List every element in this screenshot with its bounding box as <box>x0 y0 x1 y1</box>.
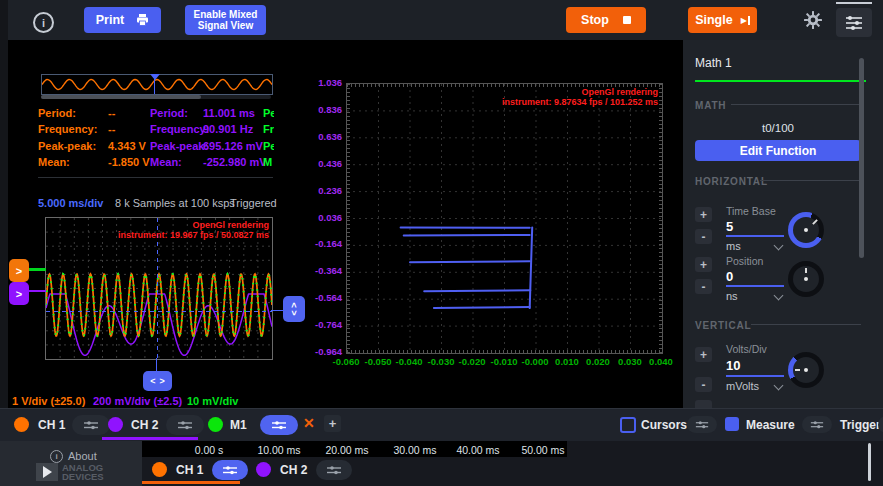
horizontal-section-header: HORIZONTAL <box>695 176 768 187</box>
chevron-right-icon: > <box>16 288 22 300</box>
footer-ch2-settings-pill[interactable] <box>316 460 352 480</box>
timebase-decrement-button[interactable]: - <box>695 229 712 244</box>
footer-channel-tab-ch2[interactable]: CH 2 <box>280 463 307 477</box>
sliders-icon <box>177 420 193 430</box>
cursors-label[interactable]: Cursors <box>641 418 687 432</box>
xy-bottom-ticks <box>347 350 662 353</box>
timebase-unit-select[interactable]: ms <box>726 240 741 252</box>
math-section-header: MATH <box>695 100 726 111</box>
menu-button[interactable] <box>836 8 872 37</box>
xy-plot[interactable]: OpenGl rendering instrument: 9.87634 fps… <box>346 83 663 354</box>
position-increment-button[interactable]: + <box>695 257 712 272</box>
oscilloscope-app: i Print Enable Mixed Signal View Stop Si… <box>0 0 883 486</box>
ch1-period-value: -- <box>108 107 115 119</box>
math-function-text: t0/100 <box>695 122 861 134</box>
position-unit-select[interactable]: ns <box>726 290 738 302</box>
footer-time-label: 10.00 ms <box>245 444 313 456</box>
footer-ch1-settings-pill[interactable] <box>212 460 248 480</box>
settings-panel <box>683 40 883 408</box>
timebase-readout: 5.000 ms/div <box>38 197 103 209</box>
footer-time-label: 50.00 ms <box>509 444 577 456</box>
about-link[interactable]: About <box>68 450 97 462</box>
info-icon[interactable]: i <box>33 12 54 33</box>
m1-close-icon[interactable]: ✕ <box>303 415 315 431</box>
cursors-checkbox[interactable] <box>620 417 636 433</box>
chevron-down-icon: > <box>290 310 298 315</box>
xy-y-tick-label: 0.036 <box>296 212 342 223</box>
ch2-mean-label: Mean: <box>150 156 182 168</box>
ch1-settings-pill[interactable] <box>72 415 110 435</box>
position-knob-tick <box>805 268 807 273</box>
position-decrement-button[interactable]: - <box>695 279 712 294</box>
stop-button[interactable]: Stop <box>566 7 646 33</box>
xy-left-ticks <box>347 84 350 353</box>
timebase-value[interactable]: 5 <box>726 219 733 234</box>
preview-cursor-handle[interactable] <box>150 74 160 80</box>
ch1-offset-handle[interactable]: > <box>9 259 29 282</box>
single-button[interactable]: Single ▶ <box>688 7 757 33</box>
voltsdiv-knob[interactable] <box>788 352 824 388</box>
ch2-settings-pill[interactable] <box>166 415 204 435</box>
footer-time-label: 40.00 ms <box>444 444 512 456</box>
panel-title-underline <box>695 80 866 82</box>
vertical-section-header: VERTICAL <box>695 320 751 331</box>
m1-scale-label: 10 mV/div <box>187 395 238 407</box>
stop-button-label: Stop <box>581 13 609 27</box>
ch1-mean-label: Mean: <box>38 156 70 168</box>
printer-icon <box>136 14 149 26</box>
position-value-underline <box>726 285 784 287</box>
print-button[interactable]: Print <box>84 7 161 33</box>
minus-icon: - <box>702 230 706 244</box>
voltsdiv-value[interactable]: 10 <box>726 358 740 373</box>
xy-y-tick-label: -0.564 <box>296 292 342 303</box>
measure-label[interactable]: Measure <box>746 418 795 432</box>
sliders-icon <box>326 465 342 475</box>
panel-scrollbar[interactable] <box>859 58 864 258</box>
v-cursor-stem <box>156 358 157 372</box>
ch1-frequency-label: Frequency: <box>38 123 97 135</box>
voltsdiv-increment-button[interactable]: + <box>695 347 712 362</box>
scope-plot[interactable]: OpenGl rendering instrument: 19.967 fps … <box>45 217 273 360</box>
measure-checkbox[interactable] <box>725 417 739 431</box>
horizontal-position-handle[interactable]: < > <box>143 371 172 391</box>
samples-readout: 8 k Samples at 100 ksps <box>115 197 235 209</box>
chevron-right-icon: > <box>160 376 165 386</box>
preview-scrollbar-thumb[interactable] <box>41 95 201 99</box>
add-channel-button[interactable]: + <box>324 415 341 432</box>
acquisition-preview[interactable] <box>41 74 273 95</box>
timebase-label: Time Base <box>726 205 776 217</box>
xy-trace <box>410 261 530 262</box>
ch2-period-label: Period: <box>150 107 188 119</box>
channel-tab-ch1[interactable]: CH 1 <box>38 418 65 432</box>
voltsdiv-decrement-button[interactable]: - <box>695 377 712 392</box>
math-section-rule <box>731 104 861 105</box>
m1-settings-pill[interactable] <box>260 415 298 435</box>
next-control-partial-button[interactable] <box>695 400 712 408</box>
timebase-increment-button[interactable]: + <box>695 207 712 222</box>
trigger-label[interactable]: Trigger <box>840 418 881 432</box>
footer-ch1-color-dot <box>152 462 167 477</box>
footer-ch1-active-underline <box>142 481 240 484</box>
channel-tab-ch2[interactable]: CH 2 <box>131 418 158 432</box>
timebase-knob[interactable] <box>788 212 824 248</box>
gear-icon[interactable] <box>803 10 823 34</box>
footer-channel-tab-ch1[interactable]: CH 1 <box>176 463 203 477</box>
minus-icon: - <box>702 280 706 294</box>
edit-function-button[interactable]: Edit Function <box>695 140 861 161</box>
enable-mixed-signal-button[interactable]: Enable Mixed Signal View <box>185 5 266 35</box>
single-run-icon: ▶ <box>741 16 750 25</box>
chevron-left-icon: < <box>150 376 155 386</box>
position-value[interactable]: 0 <box>726 269 733 284</box>
channel-tab-m1[interactable]: M1 <box>230 418 247 432</box>
voltsdiv-label: Volts/Div <box>726 343 767 355</box>
footer-scrollbar[interactable] <box>868 443 871 481</box>
position-knob[interactable] <box>788 261 824 297</box>
left-edge-strip <box>0 0 8 441</box>
voltsdiv-unit-select[interactable]: mVolts <box>726 380 759 392</box>
measure-settings-pill[interactable] <box>802 416 832 433</box>
ch2-offset-handle[interactable]: > <box>9 282 29 305</box>
xy-y-tick-label: 1.036 <box>296 77 342 88</box>
m1-color-dot <box>208 417 223 432</box>
cursors-settings-pill[interactable] <box>687 416 717 433</box>
sliders-icon <box>810 420 824 429</box>
